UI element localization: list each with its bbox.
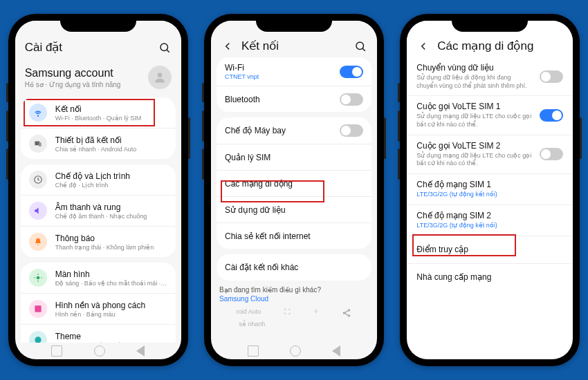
row-label: Chế độ mạng SIM 2 <box>416 211 563 220</box>
svg-point-2 <box>157 73 162 77</box>
notch <box>452 14 528 32</box>
svg-point-17 <box>349 315 350 316</box>
row-sub: Chia sẻ nhanh · Android Auto <box>55 146 167 153</box>
phone-frame-3: Các mạng di động Chuyển vùng dữ liệu Sử … <box>400 14 580 366</box>
row-label: Quản lý SIM <box>225 153 363 162</box>
row-sound[interactable]: Âm thanh và rung Chế độ âm thanh · Nhạc … <box>21 195 176 226</box>
row-label: Chia sẻ kết nối internet <box>225 231 363 241</box>
settings-group-2: Chế độ và Lịch trình Chế độ · Lịch trình… <box>21 164 176 257</box>
row-display[interactable]: Màn hình Độ sáng · Bảo vệ cho mắt thoải … <box>21 263 176 293</box>
row-label: Nhà cung cấp mạng <box>416 272 563 282</box>
row-mobile-networks[interactable]: Các mạng di động <box>217 170 371 196</box>
search-icon[interactable] <box>158 41 172 55</box>
row-volte-sim1[interactable]: Cuộc gọi VoLTE SIM 1 Sử dụng mạng dữ liệ… <box>407 95 573 134</box>
roaming-toggle[interactable] <box>540 70 563 83</box>
row-label: Chế độ và Lịch trình <box>55 171 167 181</box>
wifi-toggle[interactable] <box>340 66 363 78</box>
row-label: Chế độ Máy bay <box>225 126 331 135</box>
volte2-toggle[interactable] <box>540 148 563 160</box>
row-sub: Sử dụng mạng dữ liệu LTE cho cuộc gọi bấ… <box>416 152 533 168</box>
nav-home[interactable] <box>94 345 105 357</box>
row-label: Bluetooth <box>225 95 331 104</box>
mobile-net-list: Chuyển vùng dữ liệu Sử dụng dữ liệu di đ… <box>407 57 573 291</box>
svg-rect-11 <box>35 305 41 312</box>
nav-home[interactable] <box>290 345 301 357</box>
bell-icon <box>29 233 47 251</box>
svg-line-19 <box>345 314 349 316</box>
row-sim[interactable]: Quản lý SIM <box>217 144 371 170</box>
sound-icon <box>29 202 47 220</box>
nav-recent[interactable] <box>51 345 62 357</box>
nav-recent[interactable] <box>248 345 259 357</box>
row-label: Thông báo <box>55 234 167 243</box>
svg-rect-4 <box>39 142 42 146</box>
mobile-net-body: Chuyển vùng dữ liệu Sử dụng dữ liệu di đ… <box>407 57 573 359</box>
account-sub: Hồ sơ · Ứng dụng và tính năng <box>25 81 148 88</box>
devices-icon <box>29 135 47 153</box>
row-theme[interactable]: Theme Theme · Hình nền · Biểu tượng <box>21 324 176 343</box>
row-bluetooth[interactable]: Bluetooth <box>217 86 371 112</box>
svg-point-0 <box>160 44 168 51</box>
screen-mobile-networks: Các mạng di động Chuyển vùng dữ liệu Sử … <box>407 21 573 359</box>
clock-icon <box>29 171 47 189</box>
row-volte-sim2[interactable]: Cuộc gọi VoLTE SIM 2 Sử dụng mạng dữ liệ… <box>407 135 573 173</box>
settings-group-1: Kết nối Wi-Fi · Bluetooth · Quản lý SIM … <box>21 97 176 159</box>
footer-hint: roid Auto <box>237 308 261 319</box>
add-icon[interactable]: ✧ <box>313 308 319 319</box>
nav-back[interactable] <box>332 345 340 357</box>
samsung-account-row[interactable]: Samsung account Hồ sơ · Ứng dụng và tính… <box>15 60 181 97</box>
bluetooth-toggle[interactable] <box>340 93 363 106</box>
row-notifications[interactable]: Thông báo Thanh trạng thái · Không làm p… <box>21 226 176 257</box>
scan-icon[interactable]: ⛶ <box>284 308 291 319</box>
row-connected-devices[interactable]: Thiết bị đã kết nối Chia sẻ nhanh · Andr… <box>21 128 176 159</box>
nav-back[interactable] <box>136 345 145 357</box>
row-data-usage[interactable]: Sử dụng dữ liệu <box>217 196 371 222</box>
search-icon[interactable] <box>353 39 367 53</box>
svg-point-15 <box>349 310 350 311</box>
svg-point-12 <box>35 336 41 343</box>
row-label: Hình nền và phong cách <box>55 301 167 310</box>
row-roaming[interactable]: Chuyển vùng dữ liệu Sử dụng dữ liệu di đ… <box>407 57 573 95</box>
share-icon[interactable] <box>342 308 351 319</box>
row-label: Cuộc gọi VoLTE SIM 1 <box>416 102 533 111</box>
volte1-toggle[interactable] <box>540 109 563 122</box>
settings-group-3: Màn hình Độ sáng · Bảo vệ cho mắt thoải … <box>21 263 176 343</box>
footer-link[interactable]: Samsung Cloud <box>219 295 369 303</box>
row-wifi[interactable]: Wi-Fi CTNET vnpt <box>217 57 371 86</box>
row-sub: Theme · Hình nền · Biểu tượng <box>55 342 167 343</box>
row-apn[interactable]: Điểm truy cập <box>407 236 573 263</box>
row-modes[interactable]: Chế độ và Lịch trình Chế độ · Lịch trình <box>21 164 176 195</box>
row-airplane[interactable]: Chế độ Máy bay <box>217 117 371 144</box>
row-netmode-sim2[interactable]: Chế độ mạng SIM 2 LTE/3G/2G (tự động kết… <box>407 205 573 236</box>
row-hotspot[interactable]: Chia sẻ kết nối internet <box>217 222 371 249</box>
footer-hint-2: sẻ nhanh <box>239 321 265 327</box>
row-label: Các mạng di động <box>225 179 363 189</box>
row-sub: Sử dụng mạng dữ liệu LTE cho cuộc gọi bấ… <box>416 113 533 129</box>
row-label: Thiết bị đã kết nối <box>55 135 167 145</box>
back-icon[interactable] <box>221 39 235 53</box>
row-sub: Chế độ âm thanh · Nhạc chuông <box>55 213 167 220</box>
back-icon[interactable] <box>416 39 430 53</box>
svg-point-6 <box>36 276 39 280</box>
row-operators[interactable]: Nhà cung cấp mạng <box>407 263 573 291</box>
svg-line-1 <box>167 50 169 52</box>
svg-point-16 <box>344 312 345 314</box>
row-sub: LTE/3G/2G (tự động kết nối) <box>416 222 563 230</box>
row-label: Cài đặt kết nối khác <box>225 263 363 272</box>
row-label: Kết nối <box>55 104 167 114</box>
row-sub: CTNET vnpt <box>225 73 331 80</box>
avatar-icon <box>148 66 172 89</box>
connections-body: Wi-Fi CTNET vnpt Bluetooth Chế độ Máy ba… <box>211 57 377 343</box>
row-connections[interactable]: Kết nối Wi-Fi · Bluetooth · Quản lý SIM <box>21 97 176 128</box>
row-wallpaper[interactable]: Hình nền và phong cách Hình nền · Bảng m… <box>21 293 176 324</box>
page-title: Kết nối <box>241 39 347 53</box>
phone-frame-1: Cài đặt Samsung account Hồ sơ · Ứng dụng… <box>8 14 188 366</box>
row-label: Chuyển vùng dữ liệu <box>416 63 533 73</box>
row-sub: LTE/3G/2G (tự động kết nối) <box>416 191 563 199</box>
row-netmode-sim1[interactable]: Chế độ mạng SIM 1 LTE/3G/2G (tự động kết… <box>407 173 573 205</box>
airplane-toggle[interactable] <box>340 124 363 137</box>
conn-group-1: Wi-Fi CTNET vnpt Bluetooth <box>217 57 371 112</box>
row-more-conn[interactable]: Cài đặt kết nối khác <box>217 254 371 281</box>
row-sub: Chế độ · Lịch trình <box>55 182 167 189</box>
row-label: Sử dụng dữ liệu <box>225 205 363 215</box>
